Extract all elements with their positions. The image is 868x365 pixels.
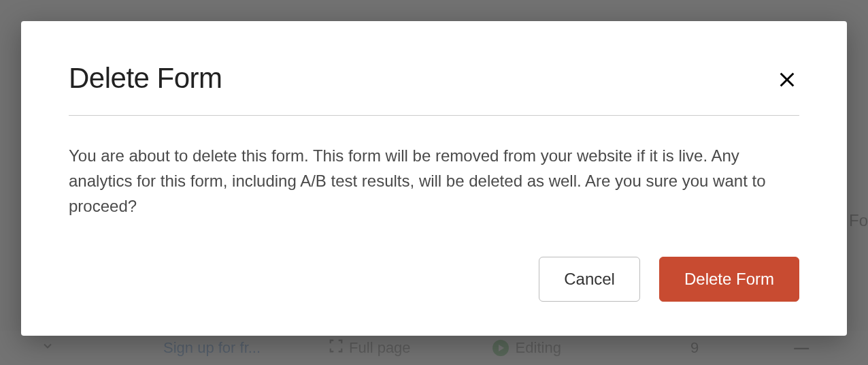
modal-header: Delete Form (69, 62, 799, 95)
cancel-button[interactable]: Cancel (539, 257, 640, 302)
modal-divider (69, 115, 799, 116)
delete-form-button[interactable]: Delete Form (659, 257, 799, 302)
modal-footer: Cancel Delete Form (69, 257, 799, 302)
delete-form-modal: Delete Form You are about to delete this… (21, 21, 847, 336)
close-button[interactable] (775, 67, 799, 94)
close-icon (778, 70, 797, 89)
modal-body-text: You are about to delete this form. This … (69, 143, 799, 219)
modal-title: Delete Form (69, 62, 222, 95)
